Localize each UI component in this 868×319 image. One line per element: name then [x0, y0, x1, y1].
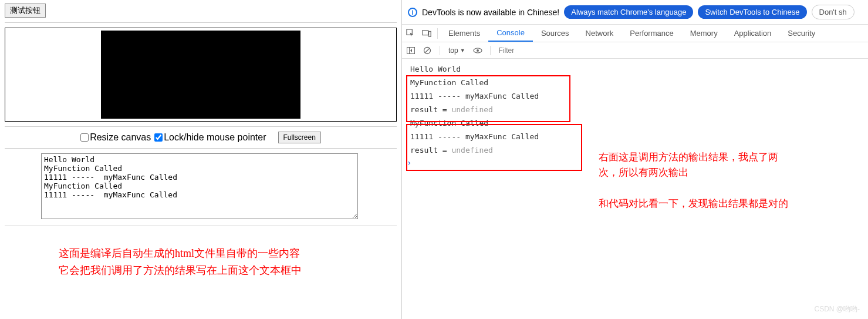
- devtools-notice-bar: i DevTools is now available in Chinese! …: [402, 0, 868, 25]
- device-toggle-icon[interactable]: [418, 25, 435, 42]
- svg-rect-1: [423, 30, 428, 35]
- tab-network[interactable]: Network: [577, 25, 622, 42]
- inspect-icon[interactable]: [402, 25, 418, 42]
- toolbar-separator: [440, 46, 440, 55]
- left-annotation: 这面是编译后自动生成的html文件里自带的一些内容 它会把我们调用了方法的结果写…: [59, 245, 401, 279]
- lock-pointer-checkbox[interactable]: [154, 133, 163, 142]
- console-log-row: 11111 ----- myMaxFunc Called: [402, 89, 868, 103]
- always-match-button[interactable]: Always match Chrome's language: [564, 5, 693, 19]
- output-area: [41, 153, 360, 221]
- canvas-container: [5, 28, 397, 122]
- console-log-row: MyFunction Called: [402, 76, 868, 89]
- switch-devtools-button[interactable]: Switch DevTools to Chinese: [698, 5, 806, 19]
- sidebar-toggle-icon[interactable]: [404, 47, 417, 54]
- left-annotation-line1: 这面是编译后自动生成的html文件里自带的一些内容: [59, 245, 401, 262]
- watermark: CSDN @哟哟-: [814, 304, 860, 314]
- devtools-tabs: ElementsConsoleSourcesNetworkPerformance…: [402, 25, 868, 42]
- filter-input[interactable]: [497, 45, 866, 56]
- console-toolbar: top ▼: [402, 42, 868, 59]
- svg-point-8: [477, 49, 479, 52]
- context-value: top: [448, 46, 458, 55]
- lock-pointer-label[interactable]: Lock/hide mouse pointer: [154, 132, 266, 143]
- dont-show-button[interactable]: Don't sh: [812, 5, 855, 19]
- test-button[interactable]: 测试按钮: [5, 4, 46, 18]
- context-selector[interactable]: top ▼: [446, 46, 468, 55]
- right-annotation-1: 右面这是调用方法的输出结果，我点了两 次，所以有两次输出: [599, 150, 778, 180]
- left-annotation-line2: 它会把我们调用了方法的结果写在上面这个文本框中: [59, 262, 401, 279]
- svg-line-6: [425, 48, 430, 53]
- live-expression-icon[interactable]: [471, 48, 484, 53]
- tab-performance[interactable]: Performance: [622, 25, 681, 42]
- right-annot-line1: 右面这是调用方法的输出结果，我点了两: [599, 150, 778, 165]
- console-body: Hello WorldMyFunction Called11111 ----- …: [402, 59, 868, 319]
- resize-canvas-label[interactable]: Resize canvas: [80, 132, 151, 143]
- undefined-value: undefined: [451, 105, 492, 114]
- tab-divider: [437, 28, 438, 39]
- toolbar-separator: [490, 46, 491, 55]
- right-annot-line2: 次，所以有两次输出: [599, 165, 778, 180]
- tab-security[interactable]: Security: [779, 25, 823, 42]
- console-log-row: MyFunction Called: [402, 116, 868, 130]
- notice-text: DevTools is now available in Chinese!: [422, 8, 559, 17]
- lock-pointer-text: Lock/hide mouse pointer: [164, 132, 266, 143]
- tab-elements[interactable]: Elements: [440, 25, 488, 42]
- separator: [5, 22, 397, 23]
- top-button-row: 测试按钮: [0, 0, 401, 21]
- fullscreen-button[interactable]: Fullscreen: [278, 132, 321, 143]
- resize-canvas-checkbox[interactable]: [80, 133, 89, 142]
- console-log-row: 11111 ----- myMaxFunc Called: [402, 130, 868, 143]
- clear-console-icon[interactable]: [421, 46, 434, 55]
- console-log-row: Hello World: [402, 62, 868, 76]
- tab-sources[interactable]: Sources: [533, 25, 577, 42]
- tab-memory[interactable]: Memory: [682, 25, 726, 42]
- canvas[interactable]: [101, 31, 300, 119]
- separator: [5, 148, 397, 149]
- page-left-panel: 测试按钮 Resize canvas Lock/hide mouse point…: [0, 0, 402, 319]
- output-textarea[interactable]: [41, 153, 358, 219]
- controls-row: Resize canvas Lock/hide mouse pointer Fu…: [0, 128, 401, 147]
- undefined-value: undefined: [451, 146, 492, 155]
- tab-application[interactable]: Application: [726, 25, 780, 42]
- right-annotation-2: 和代码对比看一下，发现输出结果都是对的: [599, 197, 788, 210]
- resize-canvas-text: Resize canvas: [90, 132, 151, 143]
- info-icon: i: [408, 8, 417, 17]
- chevron-down-icon: ▼: [460, 48, 465, 53]
- tab-console[interactable]: Console: [488, 25, 533, 42]
- separator: [5, 126, 397, 127]
- separator: [5, 226, 397, 226]
- console-log-row: result = undefined: [402, 103, 868, 116]
- svg-rect-2: [429, 31, 431, 36]
